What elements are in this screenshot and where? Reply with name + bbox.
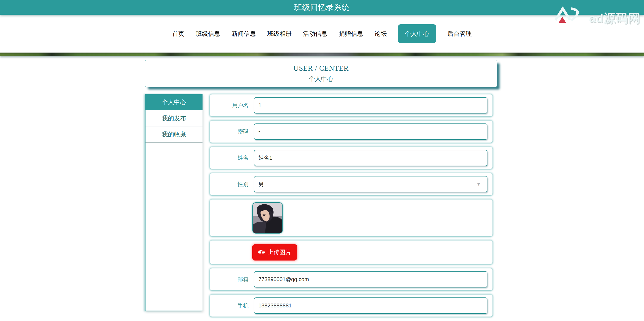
avatar — [252, 202, 283, 234]
profile-form: 用户名 密码 姓名 性别 男 ▼ — [210, 94, 492, 317]
page-content: USER / CENTER 个人中心 个人中心 我的发布 我的收藏 用户名 密码… — [0, 56, 644, 317]
chevron-down-icon: ▼ — [476, 181, 481, 187]
nav-item-class-info[interactable]: 班级信息 — [196, 30, 220, 38]
phone-input[interactable] — [254, 297, 488, 314]
password-label: 密码 — [210, 128, 254, 135]
form-row-upload: 上传图片 — [210, 240, 492, 264]
app-header: 班级回忆录系统 — [0, 0, 644, 15]
nav-item-activities[interactable]: 活动信息 — [303, 30, 328, 38]
main-layout: 个人中心 我的发布 我的收藏 用户名 密码 姓名 性别 男 ▼ — [145, 94, 644, 317]
banner-title-en: USER / CENTER — [294, 64, 349, 73]
form-row-gender: 性别 男 ▼ — [210, 173, 492, 195]
email-label: 邮箱 — [210, 276, 254, 283]
upload-image-button[interactable]: 上传图片 — [252, 244, 297, 260]
phone-label: 手机 — [210, 302, 254, 309]
sidebar-item-my-posts[interactable]: 我的发布 — [146, 110, 202, 126]
page-banner: USER / CENTER 个人中心 — [145, 60, 497, 87]
background-photo-strip — [0, 53, 644, 56]
nav-item-forum[interactable]: 论坛 — [374, 30, 387, 38]
nav-item-news[interactable]: 新闻信息 — [232, 30, 256, 38]
nav-item-admin[interactable]: 后台管理 — [447, 30, 472, 38]
nav-item-user-center[interactable]: 个人中心 — [398, 24, 436, 43]
email-input[interactable] — [254, 271, 488, 287]
password-input[interactable] — [254, 123, 488, 140]
upload-image-label: 上传图片 — [268, 248, 291, 256]
main-nav: 首页 班级信息 新闻信息 班级相册 活动信息 捐赠信息 论坛 个人中心 后台管理 — [0, 15, 644, 53]
form-row-email: 邮箱 — [210, 268, 492, 290]
sidebar-item-my-favorites[interactable]: 我的收藏 — [146, 126, 202, 143]
nav-item-donations[interactable]: 捐赠信息 — [339, 30, 363, 38]
nav-item-class-album[interactable]: 班级相册 — [267, 30, 292, 38]
name-input[interactable] — [254, 150, 488, 166]
form-row-password: 密码 — [210, 121, 492, 143]
form-row-name: 姓名 — [210, 147, 492, 169]
nav-item-home[interactable]: 首页 — [172, 30, 184, 38]
username-label: 用户名 — [210, 102, 254, 109]
banner-title-cn: 个人中心 — [309, 75, 333, 83]
gender-select-value: 男 — [258, 181, 476, 188]
name-label: 姓名 — [210, 154, 254, 162]
sidebar-item-user-center[interactable]: 个人中心 — [146, 94, 202, 110]
form-row-avatar — [210, 199, 492, 236]
username-input[interactable] — [254, 97, 488, 114]
app-title: 班级回忆录系统 — [294, 2, 350, 13]
gender-label: 性别 — [210, 181, 254, 188]
form-row-username: 用户名 — [210, 94, 492, 116]
user-center-sidebar: 个人中心 我的发布 我的收藏 — [145, 94, 202, 311]
gender-select[interactable]: 男 ▼ — [254, 176, 488, 192]
form-row-phone: 手机 — [210, 294, 492, 317]
cloud-upload-icon — [258, 249, 265, 255]
